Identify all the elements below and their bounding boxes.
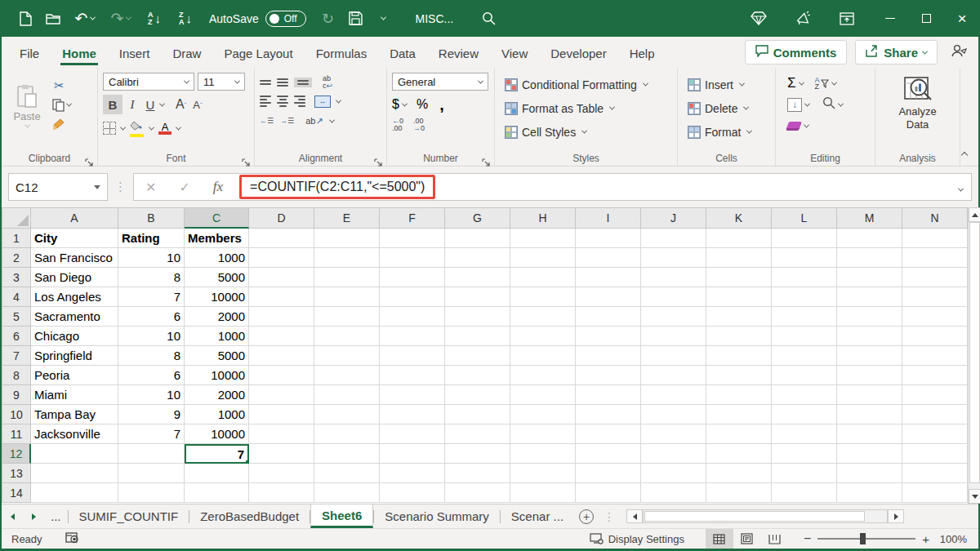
cell-N2[interactable]: [902, 248, 968, 268]
sort-filter-icon[interactable]: AZ: [815, 77, 829, 90]
cell-N11[interactable]: [902, 424, 968, 444]
cell-C1[interactable]: Members: [185, 229, 249, 248]
feedback-megaphone-icon[interactable]: [789, 7, 817, 31]
merge-center-icon[interactable]: ↔: [314, 96, 331, 108]
cell-M7[interactable]: [837, 346, 902, 366]
cell-A4[interactable]: Los Angeles: [31, 287, 118, 307]
cell-F1[interactable]: [380, 229, 445, 248]
cell-L13[interactable]: [772, 464, 837, 483]
cell-D4[interactable]: [249, 287, 314, 307]
cell-G4[interactable]: [445, 287, 510, 307]
sheet-tab-scenario-summary[interactable]: Scenario Summary: [374, 504, 500, 528]
italic-button[interactable]: I: [124, 98, 140, 112]
cell-N9[interactable]: [902, 385, 968, 405]
cell-H4[interactable]: [510, 287, 576, 307]
cell-L11[interactable]: [772, 424, 837, 444]
cell-G13[interactable]: [445, 464, 510, 483]
align-bottom-icon[interactable]: [294, 78, 312, 87]
copy-icon[interactable]: [52, 99, 71, 112]
format-as-table-button[interactable]: Format as Table: [505, 96, 672, 120]
cell-K12[interactable]: [706, 444, 772, 464]
cell-E9[interactable]: [314, 385, 380, 405]
borders-icon[interactable]: [103, 122, 116, 135]
tab-data[interactable]: Data: [378, 40, 427, 65]
cell-B5[interactable]: 6: [118, 307, 185, 327]
font-size-select[interactable]: 11: [198, 73, 245, 91]
cell-J5[interactable]: [641, 307, 706, 327]
cell-L10[interactable]: [772, 405, 837, 424]
cell-B10[interactable]: 9: [118, 405, 185, 424]
cell-J7[interactable]: [641, 346, 706, 366]
close-button[interactable]: ×: [944, 0, 980, 37]
cell-M13[interactable]: [837, 464, 902, 483]
tab-formulas[interactable]: Formulas: [305, 40, 379, 65]
cell-F10[interactable]: [380, 405, 445, 424]
row-header-10[interactable]: 10: [2, 405, 31, 424]
cell-C14[interactable]: [185, 483, 249, 503]
cell-B12[interactable]: [118, 444, 185, 464]
save-icon[interactable]: [342, 7, 370, 31]
cell-C2[interactable]: 1000: [185, 248, 249, 268]
scroll-right-button[interactable]: [888, 509, 904, 523]
cell-B7[interactable]: 8: [118, 346, 185, 366]
cell-J8[interactable]: [641, 366, 706, 385]
cell-K1[interactable]: [706, 229, 772, 248]
cell-N12[interactable]: [902, 444, 968, 464]
cell-C6[interactable]: 1000: [185, 327, 249, 346]
cell-G7[interactable]: [445, 346, 510, 366]
increase-decimal-icon[interactable]: ←0.00: [392, 118, 403, 132]
cell-A10[interactable]: Tampa Bay: [31, 405, 118, 424]
cell-M1[interactable]: [837, 229, 902, 248]
cell-I8[interactable]: [576, 366, 641, 385]
align-middle-icon[interactable]: [277, 78, 288, 87]
formula-input[interactable]: ✕ ✓ fx =COUNTIF(C2:C11,"<=5000"): [133, 173, 972, 201]
tab-view[interactable]: View: [490, 40, 539, 65]
cell-G8[interactable]: [445, 366, 510, 385]
cell-D3[interactable]: [249, 268, 314, 287]
cell-K4[interactable]: [706, 287, 772, 307]
undo-button[interactable]: ↶: [67, 7, 103, 31]
cell-H12[interactable]: [510, 444, 576, 464]
cell-K11[interactable]: [706, 424, 772, 444]
cell-L1[interactable]: [772, 229, 837, 248]
cell-D2[interactable]: [249, 248, 314, 268]
cell-H11[interactable]: [510, 424, 576, 444]
cell-B4[interactable]: 7: [118, 287, 185, 307]
sheet-tab-sheet6[interactable]: Sheet6: [310, 504, 373, 528]
percent-icon[interactable]: %: [416, 97, 428, 112]
sheet-tab-sumif-countif[interactable]: SUMIF_COUNTIF: [69, 504, 189, 528]
zoom-slider-thumb[interactable]: [860, 533, 866, 544]
cell-H13[interactable]: [510, 464, 576, 483]
font-dialog-launcher[interactable]: [242, 155, 250, 163]
cell-H10[interactable]: [510, 405, 576, 424]
number-format-select[interactable]: General: [392, 73, 488, 91]
cell-K10[interactable]: [706, 405, 772, 424]
cell-I2[interactable]: [576, 248, 641, 268]
decrease-font-icon[interactable]: Aˇ: [193, 99, 202, 111]
cell-A7[interactable]: Springfield: [31, 346, 118, 366]
vertical-scroll-thumb[interactable]: [969, 222, 980, 483]
cell-D10[interactable]: [249, 405, 314, 424]
cell-A6[interactable]: Chicago: [31, 327, 118, 346]
cell-H14[interactable]: [510, 483, 576, 503]
analyze-data-button[interactable]: Analyze Data: [880, 73, 955, 131]
cell-B11[interactable]: 7: [118, 424, 185, 444]
row-header-1[interactable]: 1: [2, 229, 31, 248]
cell-J11[interactable]: [641, 424, 706, 444]
comments-button[interactable]: Comments: [745, 40, 848, 64]
format-cells-button[interactable]: Format: [688, 120, 770, 144]
save-dropdown-chevron[interactable]: [370, 7, 398, 31]
delete-cells-button[interactable]: Delete: [688, 96, 770, 120]
cell-C10[interactable]: 1000: [185, 405, 249, 424]
cell-E2[interactable]: [314, 248, 380, 268]
name-box-dropdown[interactable]: [94, 185, 100, 189]
cell-I11[interactable]: [576, 424, 641, 444]
alignment-dialog-launcher[interactable]: [374, 155, 382, 163]
cell-D13[interactable]: [249, 464, 314, 483]
cell-M2[interactable]: [837, 248, 902, 268]
cell-J13[interactable]: [641, 464, 706, 483]
cell-E1[interactable]: [314, 229, 380, 248]
autosum-icon[interactable]: Σ: [787, 75, 796, 91]
cell-B1[interactable]: Rating: [118, 229, 185, 248]
row-header-3[interactable]: 3: [2, 268, 31, 287]
